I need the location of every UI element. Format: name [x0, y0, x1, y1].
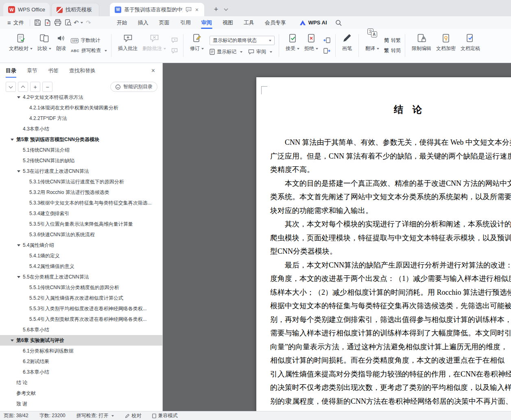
toc-item[interactable]: 5.4.2属性熵值的意义 — [0, 261, 162, 272]
toc-item[interactable]: 4.2中文短文本特征表示方法 — [0, 95, 162, 102]
tab-list-chevron-icon[interactable] — [221, 4, 230, 15]
print-button[interactable] — [53, 18, 63, 28]
toc-item[interactable]: 5.5.3引入类别平均相似度改进在卷积神经网络各类权... — [0, 303, 162, 314]
toc-item[interactable]: 6.1分类标准和训练数据 — [0, 346, 162, 356]
toc-item[interactable]: 5.1传统CNN算法介绍 — [0, 145, 162, 155]
collapse-triangle-icon[interactable] — [17, 276, 20, 278]
tab-home[interactable]: 开始 — [111, 16, 133, 29]
tab-insert[interactable]: 插入 — [133, 16, 154, 29]
markup-state-select[interactable]: 显示标记的最终状态 — [210, 36, 275, 45]
tab-chapters[interactable]: 章节 — [27, 63, 37, 78]
toc-item[interactable]: 致 谢 — [0, 398, 162, 409]
reject-button[interactable]: 拒绝 — [302, 30, 321, 61]
toc-item[interactable]: 6.2测试结果 — [0, 356, 162, 367]
tab-docer-template[interactable]: 找稻壳模板 — [51, 3, 99, 16]
close-pane-icon[interactable]: × — [150, 67, 157, 74]
toc-item[interactable]: 4.2.2TF*IDF 方法 — [0, 113, 162, 124]
next-change-button[interactable] — [322, 47, 331, 54]
next-comment-button[interactable] — [170, 47, 179, 54]
previous-change-button[interactable] — [322, 37, 331, 44]
tab-current-document[interactable]: W 基于预训练语言模型的中文短 × — [110, 3, 204, 16]
translate-button[interactable]: 文 A 翻译 — [363, 30, 382, 61]
output-pdf-button[interactable] — [43, 18, 53, 28]
print-preview-button[interactable] — [63, 18, 73, 28]
compat-mode-indicator[interactable]: 兼容模式 — [152, 412, 177, 419]
collapse-triangle-icon[interactable] — [11, 139, 14, 141]
tab-review[interactable]: 审阅 — [196, 16, 217, 29]
encrypt-button[interactable]: 文档加密 — [434, 30, 458, 61]
collapse-triangle-icon[interactable] — [17, 244, 20, 246]
track-changes-button[interactable]: 修订 — [188, 30, 206, 61]
tab-reference[interactable]: 引用 — [175, 16, 196, 29]
accept-button[interactable]: 接受 — [283, 30, 302, 61]
proofread-tool[interactable]: 校对 — [125, 412, 141, 419]
toc-item[interactable]: 4.3本章小结 — [0, 124, 162, 134]
expand-all-button[interactable]: + — [30, 82, 40, 92]
simplified-to-traditional-button[interactable]: 简 转繁 — [384, 37, 401, 44]
toc-item[interactable]: 4.2.1体现词在文档中权重的关键因素分析 — [0, 102, 162, 113]
toc-item[interactable]: 5.3.6快速CNN算法的系统流程 — [0, 229, 162, 240]
tab-tools[interactable]: 工具 — [238, 16, 260, 29]
toc-item[interactable]: 6.3本章小结 — [0, 367, 162, 377]
tab-view[interactable]: 视图 — [217, 16, 238, 29]
next-heading-button[interactable] — [6, 82, 16, 92]
tab-find-replace[interactable]: 查找和替换 — [69, 63, 96, 78]
insert-comment-button[interactable]: 插入批注 — [116, 30, 140, 61]
word-count-indicator[interactable]: 字数: 23200 — [39, 412, 66, 419]
toc-item[interactable]: 5.4属性熵介绍 — [0, 240, 162, 250]
toc-item[interactable]: 5.3在运行速度上改进CNN算法 — [0, 166, 162, 176]
redo-button[interactable]: ↷ — [83, 18, 94, 28]
traditional-to-simplified-button[interactable]: 繁 转简 — [384, 47, 401, 54]
collapse-all-button[interactable]: − — [42, 82, 52, 92]
toc-item[interactable]: 5.3.4建立倒排索引 — [0, 208, 162, 219]
collapse-triangle-icon[interactable] — [17, 170, 20, 172]
finalize-button[interactable]: 文档定稿 — [458, 30, 483, 61]
collapse-triangle-icon[interactable] — [11, 339, 14, 342]
toc-item[interactable]: 5.3.3根据中文短文本的特征集与每类特征交集再次筛选... — [0, 198, 162, 208]
toc-item[interactable]: 5.5.1传统CNN算法分类精度低的原因分析 — [0, 282, 162, 293]
smart-toc-button[interactable]: 智能识别目录 — [110, 82, 157, 92]
comment-bubble-icon[interactable] — [186, 7, 192, 12]
page-indicator[interactable]: 页面: 38/42 — [4, 412, 28, 419]
tab-membership[interactable]: 会员专享 — [260, 16, 291, 29]
new-tab-button[interactable]: + — [211, 4, 221, 15]
read-aloud-button[interactable]: 朗读 — [54, 30, 68, 61]
tab-wps-office-home[interactable]: W WPS Office — [3, 3, 50, 16]
proofread-button[interactable]: 文档校对 — [7, 30, 35, 61]
document-canvas[interactable]: 结 论 CNN 算法由于其简单、有效、参数无关，使得其在 Web 中文短文本分类… — [163, 63, 511, 411]
toc-item[interactable]: 5.4.1熵的定义 — [0, 250, 162, 261]
toc-item[interactable]: 5.5.2引入属性熵值再次改进相似度计算公式 — [0, 293, 162, 303]
toc-item[interactable]: 5.2传统CNN算法的缺陷 — [0, 155, 162, 166]
toc-item[interactable]: 5.3.1传统CNN算法运行速度低下的原因分析 — [0, 176, 162, 187]
compare-button[interactable]: 比较 — [35, 30, 54, 61]
search-icon[interactable] — [335, 20, 342, 26]
show-markup-button[interactable]: 显示标记 — [210, 48, 242, 55]
toc-item[interactable]: 第6章 实验测试与评价 — [0, 335, 162, 346]
file-menu-button[interactable]: ≡ 文件 — [4, 16, 27, 29]
toc-item[interactable]: 5.3.2用 Rocchio 算法进行预选候选类 — [0, 187, 162, 198]
previous-comment-button[interactable] — [170, 37, 179, 44]
undo-button[interactable]: ↶ — [73, 18, 83, 28]
toc-item[interactable]: 5.5.4引入类别贡献度再次改进在卷积神经网络各类权... — [0, 314, 162, 324]
toc-item[interactable]: 第5章 预训练语言模型CNN分类器模块 — [0, 134, 162, 145]
tab-page-layout[interactable]: 页面 — [154, 16, 175, 29]
spell-check-button[interactable]: ABC 拼写检查 — [71, 47, 107, 54]
toc-item[interactable]: 5.5在分类精度上改进CNN算法 — [0, 272, 162, 282]
restrict-editing-button[interactable]: 限制编辑 — [409, 30, 434, 61]
toc-item[interactable]: 5.3.5引入位置向量表示法来降低高维向量计算量 — [0, 219, 162, 229]
previous-heading-button[interactable] — [18, 82, 28, 92]
tab-bookmarks[interactable]: 书签 — [48, 63, 59, 78]
collapse-triangle-icon[interactable] — [17, 96, 20, 98]
delete-comment-button[interactable]: 删除批注 — [140, 30, 168, 61]
spellcheck-indicator[interactable]: 拼写检查: 打开 — [76, 412, 114, 419]
toc-item[interactable]: 参考文献 — [0, 388, 162, 398]
pen-button[interactable]: 画笔 — [340, 30, 354, 61]
wps-ai-button[interactable]: WPS AI — [299, 20, 327, 26]
document-page[interactable]: 结 论 CNN 算法由于其简单、有效、参数无关，使得其在 Web 中文短文本分类… — [256, 77, 511, 411]
toc-item[interactable]: 结 论 — [0, 377, 162, 388]
tab-close-icon[interactable]: × — [194, 7, 199, 13]
save-button[interactable] — [33, 18, 43, 28]
toc-item[interactable]: 5.6本章小结 — [0, 324, 162, 335]
word-count-button[interactable]: 123 字数统计 — [71, 37, 107, 44]
review-button[interactable]: 审阅 — [248, 48, 272, 55]
